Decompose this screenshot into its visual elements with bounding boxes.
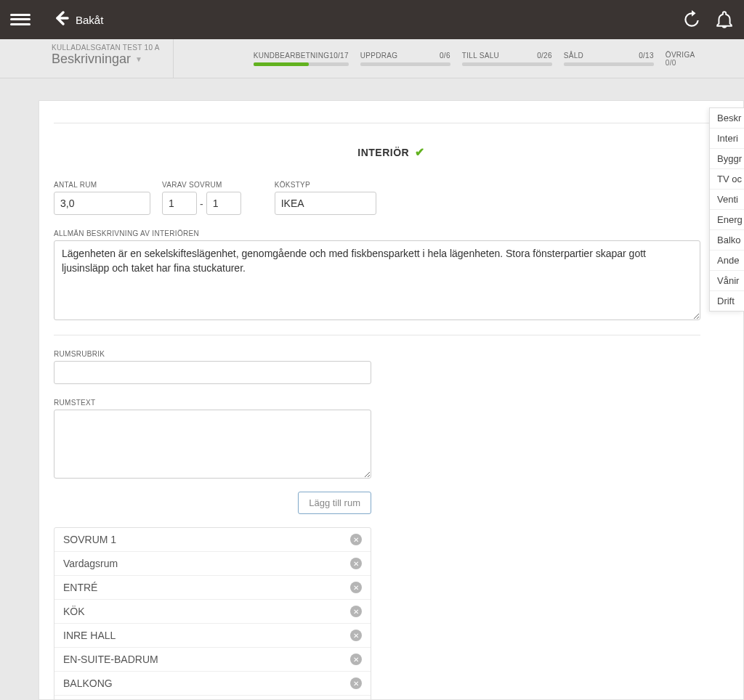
room-name: ENTRÉ bbox=[63, 582, 97, 593]
stat-1[interactable]: UPPDRAG 0/6 bbox=[360, 52, 450, 66]
side-menu-item[interactable]: Ande bbox=[710, 251, 744, 271]
stats-row: KUNDBEARBETNING 10/17 UPPDRAG 0/6 TILL S… bbox=[174, 39, 695, 78]
side-menu-item[interactable]: Venti bbox=[710, 190, 744, 210]
varav-sovrum-label: VARAV SOVRUM bbox=[162, 181, 241, 189]
stat-label: UPPDRAG bbox=[360, 52, 398, 60]
varav-sovrum-from-input[interactable] bbox=[162, 192, 197, 215]
stat-label: TILL SALU bbox=[462, 52, 499, 60]
chevron-down-icon: ▼ bbox=[135, 55, 142, 63]
stat-bar bbox=[462, 62, 552, 66]
content: INTERIÖR ✔ ANTAL RUM VARAV SOVRUM - KÖKS… bbox=[39, 100, 744, 700]
history-icon[interactable] bbox=[682, 10, 700, 29]
kokstyp-label: KÖKSTYP bbox=[275, 181, 376, 189]
menu-icon[interactable] bbox=[10, 9, 31, 30]
side-menu-item[interactable]: TV oc bbox=[710, 169, 744, 190]
delete-room-icon[interactable]: ✕ bbox=[350, 630, 362, 641]
antal-rum-input[interactable] bbox=[54, 192, 150, 215]
stat-2[interactable]: TILL SALU 0/26 bbox=[462, 52, 552, 66]
stat-bar bbox=[360, 62, 450, 66]
room-item[interactable]: SOVRUM 1 ✕ bbox=[54, 528, 371, 552]
stat-count: 0/26 bbox=[537, 52, 552, 60]
stat-count: 10/17 bbox=[329, 52, 349, 60]
room-item[interactable]: EN-SUITE-BADRUM ✕ bbox=[54, 648, 371, 672]
delete-room-icon[interactable]: ✕ bbox=[350, 558, 362, 569]
rumstext-label: RUMSTEXT bbox=[54, 399, 729, 407]
room-name: SOVRUM 1 bbox=[63, 534, 116, 545]
room-name: EN-SUITE-BADRUM bbox=[63, 654, 158, 665]
stat-count: 0/6 bbox=[440, 52, 450, 60]
room-item[interactable]: ENTRÉ ✕ bbox=[54, 576, 371, 600]
side-menu-item[interactable]: Balko bbox=[710, 230, 744, 251]
room-name: KÖK bbox=[63, 606, 85, 617]
room-name: Vardagsrum bbox=[63, 558, 118, 569]
stat-count: 0/13 bbox=[639, 52, 654, 60]
divider bbox=[54, 335, 700, 335]
room-item[interactable]: MASTERBEDROOM ✕ bbox=[54, 696, 371, 700]
side-menu-item[interactable]: Vånir bbox=[710, 271, 744, 291]
antal-rum-field: ANTAL RUM bbox=[54, 181, 150, 215]
kokstyp-input[interactable] bbox=[275, 192, 376, 215]
side-menu: BeskrInteriByggrTV ocVentiEnergBalkoAnde… bbox=[709, 107, 744, 312]
bell-icon[interactable] bbox=[715, 10, 734, 29]
side-menu-item[interactable]: Byggr bbox=[710, 149, 744, 169]
room-name: BALKONG bbox=[63, 677, 113, 689]
side-menu-item[interactable]: Interi bbox=[710, 129, 744, 149]
stat-0[interactable]: KUNDBEARBETNING 10/17 bbox=[254, 52, 349, 66]
delete-room-icon[interactable]: ✕ bbox=[350, 534, 362, 545]
room-item[interactable]: KÖK ✕ bbox=[54, 600, 371, 624]
room-name: INRE HALL bbox=[63, 630, 116, 641]
allman-textarea[interactable] bbox=[54, 240, 700, 320]
varav-sovrum-field: VARAV SOVRUM - bbox=[162, 181, 241, 215]
delete-room-icon[interactable]: ✕ bbox=[350, 677, 362, 689]
antal-rum-label: ANTAL RUM bbox=[54, 181, 150, 189]
stat-bar bbox=[254, 62, 349, 66]
topbar-right bbox=[682, 10, 734, 29]
delete-room-icon[interactable]: ✕ bbox=[350, 654, 362, 665]
back-label: Bakåt bbox=[76, 14, 103, 26]
section-header: INTERIÖR ✔ bbox=[54, 123, 729, 163]
form-row-1: ANTAL RUM VARAV SOVRUM - KÖKSTYP bbox=[54, 181, 729, 215]
range-separator: - bbox=[197, 198, 206, 215]
back-button[interactable]: Bakåt bbox=[52, 9, 103, 30]
varav-sovrum-to-input[interactable] bbox=[206, 192, 241, 215]
section-dropdown-label: Beskrivningar bbox=[52, 52, 131, 67]
side-menu-item[interactable]: Energ bbox=[710, 210, 744, 230]
back-arrow-icon bbox=[52, 9, 70, 30]
delete-room-icon[interactable]: ✕ bbox=[350, 606, 362, 617]
topbar: Bakåt bbox=[0, 0, 744, 39]
stat-bar bbox=[564, 62, 654, 66]
rumsrubrik-field: RUMSRUBRIK bbox=[54, 350, 729, 384]
check-icon: ✔ bbox=[415, 145, 425, 159]
stat-ovriga[interactable]: ÖVRIGA0/0 bbox=[666, 51, 695, 67]
property-address: KULLADALSGATAN TEST 10 A bbox=[52, 44, 160, 52]
delete-room-icon[interactable]: ✕ bbox=[350, 582, 362, 593]
room-list: SOVRUM 1 ✕ Vardagsrum ✕ ENTRÉ ✕ KÖK ✕ IN… bbox=[54, 527, 371, 700]
side-menu-item[interactable]: Drift bbox=[710, 291, 744, 311]
section-title: INTERIÖR bbox=[357, 147, 409, 158]
rumsrubrik-input[interactable] bbox=[54, 361, 371, 384]
rumsrubrik-label: RUMSRUBRIK bbox=[54, 350, 729, 358]
allman-label: ALLMÄN BESKRIVNING AV INTERIÖREN bbox=[54, 229, 729, 237]
side-menu-item[interactable]: Beskr bbox=[710, 108, 744, 129]
room-item[interactable]: BALKONG ✕ bbox=[54, 672, 371, 696]
stat-3[interactable]: SÅLD 0/13 bbox=[564, 52, 654, 66]
stat-label: KUNDBEARBETNING bbox=[254, 52, 330, 60]
subheader: KULLADALSGATAN TEST 10 A Beskrivningar ▼… bbox=[0, 39, 744, 78]
allman-field: ALLMÄN BESKRIVNING AV INTERIÖREN bbox=[54, 229, 729, 320]
rumstext-textarea[interactable] bbox=[54, 410, 371, 479]
section-dropdown[interactable]: Beskrivningar ▼ bbox=[52, 52, 160, 67]
room-item[interactable]: INRE HALL ✕ bbox=[54, 624, 371, 648]
subheader-left: KULLADALSGATAN TEST 10 A Beskrivningar ▼ bbox=[39, 39, 174, 78]
rumstext-field: RUMSTEXT bbox=[54, 399, 729, 479]
stat-label: SÅLD bbox=[564, 52, 583, 60]
kokstyp-field: KÖKSTYP bbox=[275, 181, 376, 215]
room-item[interactable]: Vardagsrum ✕ bbox=[54, 552, 371, 576]
add-room-button[interactable]: Lägg till rum bbox=[298, 492, 371, 514]
